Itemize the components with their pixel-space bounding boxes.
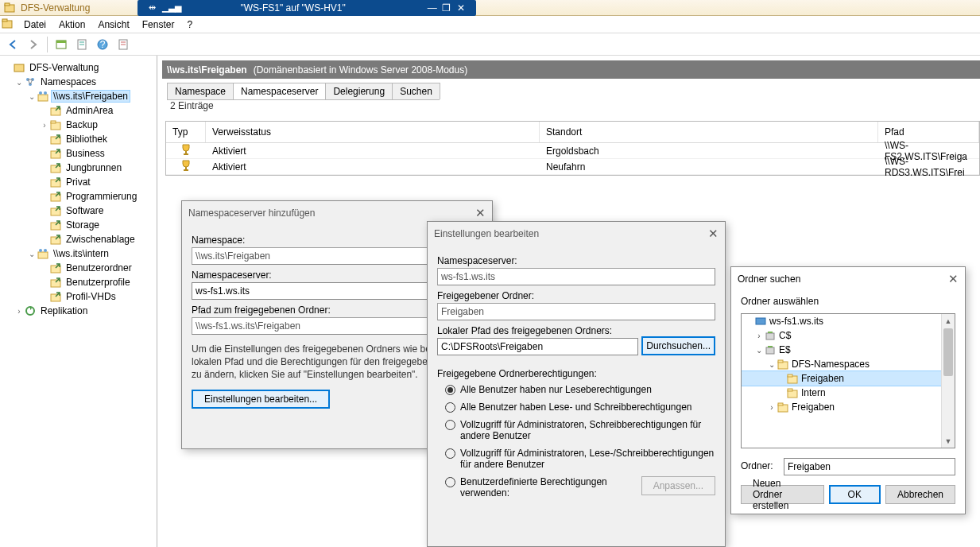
menu-help[interactable]: ? [180, 17, 199, 33]
table-header: Typ Verweisstatus Standort Pfad [166, 122, 979, 143]
radio-icon [445, 448, 455, 459]
close-icon[interactable]: ✕ [948, 272, 959, 286]
perm-option-3[interactable]: Vollzugriff für Administratoren, Lese-/S… [445, 448, 715, 470]
close-icon[interactable]: ✕ [475, 206, 486, 220]
svg-rect-21 [51, 108, 60, 115]
dialog-titlebar[interactable]: Einstellungen bearbeiten ✕ [428, 222, 725, 246]
minimize-button[interactable]: — [425, 2, 440, 14]
tree-folder[interactable]: Jungbrunnen [0, 161, 157, 175]
ft-intern[interactable]: Intern [742, 386, 955, 400]
ok-button[interactable]: OK [829, 485, 881, 504]
tab-namespace[interactable]: Namespace [167, 83, 234, 99]
dialog-title: Einstellungen bearbeiten [434, 228, 539, 239]
svg-rect-29 [51, 208, 60, 215]
svg-rect-43 [756, 318, 765, 324]
help-button[interactable]: ? [93, 35, 112, 54]
perm-option-4[interactable]: Benutzerdefinierte Berechtigungen verwen… [445, 476, 715, 499]
svg-rect-46 [766, 347, 774, 354]
menu-aktion[interactable]: Aktion [52, 17, 91, 33]
svg-rect-45 [768, 332, 773, 333]
scroll-thumb[interactable] [943, 328, 953, 376]
pin-icon[interactable]: ⇹ [149, 2, 156, 13]
perm-option-2[interactable]: Vollzugriff für Administratoren, Schreib… [445, 419, 715, 441]
label-select-folder: Ordner auswählen [741, 296, 819, 307]
tab-delegation[interactable]: Delegierung [325, 83, 393, 99]
input-local-path[interactable]: C:\DFSRoots\Freigaben [437, 338, 638, 355]
col-status[interactable]: Verweisstatus [206, 122, 540, 142]
svg-point-19 [39, 91, 42, 95]
scrollbar[interactable]: ▲▼ [941, 314, 955, 448]
tree-folder[interactable]: Business [0, 146, 157, 161]
tree-root[interactable]: DFS-Verwaltung [0, 60, 157, 75]
tree-folder[interactable]: Profil-VHDs [0, 289, 157, 304]
navigation-tree[interactable]: DFS-Verwaltung ⌄Namespaces ⌄\\ws.its\Fre… [0, 56, 157, 547]
tree-folder[interactable]: Storage [0, 218, 157, 232]
menu-datei[interactable]: Datei [17, 17, 52, 33]
svg-rect-35 [51, 266, 60, 273]
tree-ns-intern[interactable]: ⌄\\ws.its\intern [0, 246, 157, 261]
scroll-down-icon[interactable]: ▼ [942, 434, 955, 448]
svg-rect-5 [56, 41, 66, 43]
tab-search[interactable]: Suchen [392, 83, 440, 99]
tree-folder[interactable]: Bibliothek [0, 132, 157, 146]
menu-fenster[interactable]: Fenster [136, 17, 181, 33]
ft-c-drive[interactable]: ›C$ [742, 328, 955, 343]
col-type[interactable]: Typ [166, 122, 206, 142]
tree-folder[interactable]: ›Backup [0, 118, 157, 132]
new-window-button[interactable] [52, 35, 71, 54]
svg-rect-18 [38, 95, 48, 101]
tree-replication[interactable]: ›Replikation [0, 304, 157, 318]
vm-title: "WS-FS1" auf "WS-HV1" [240, 2, 345, 14]
svg-rect-44 [766, 333, 774, 339]
svg-point-20 [44, 91, 47, 95]
cancel-button[interactable]: Abbrechen [885, 485, 955, 504]
ft-dfs-namespaces[interactable]: ⌄DFS-Namespaces [742, 357, 955, 371]
menu-ansicht[interactable]: Ansicht [91, 17, 135, 33]
tree-folder[interactable]: Zwischenablage [0, 232, 157, 246]
new-folder-button[interactable]: Neuen Ordner erstellen [741, 485, 824, 504]
table-row[interactable]: AktiviertErgoldsbach\\WS-FS2.WS.ITS\Frei… [166, 143, 979, 159]
edit-settings-button[interactable]: Einstellungen bearbeiten... [192, 390, 330, 409]
content-title: \\ws.its\Freigaben [167, 64, 247, 76]
close-button[interactable]: ✕ [454, 2, 468, 14]
folder-tree[interactable]: ws-fs1.ws.its ›C$ ⌄E$ ⌄DFS-Namespaces Fr… [741, 313, 955, 448]
browse-button[interactable]: Durchsuchen... [641, 336, 715, 355]
tree-folder[interactable]: Privat [0, 175, 157, 189]
app-title: DFS-Verwaltung [21, 2, 90, 14]
tree-ns-freigaben[interactable]: ⌄\\ws.its\Freigaben [0, 89, 157, 103]
toolbar: ? [0, 33, 980, 56]
tree-folder[interactable]: AdminArea [0, 103, 157, 118]
vm-center-panel: ⇹ ▁▃▅ "WS-FS1" auf "WS-HV1" — ❐ ✕ [138, 0, 475, 16]
tree-folder[interactable]: Programmierung [0, 189, 157, 204]
svg-rect-40 [184, 153, 188, 155]
properties-button[interactable] [72, 35, 91, 54]
restore-button[interactable]: ❐ [440, 2, 454, 14]
server-table[interactable]: Typ Verweisstatus Standort Pfad Aktivier… [165, 121, 980, 176]
label-server: Namespaceserver: [437, 255, 715, 266]
forward-button[interactable] [24, 35, 43, 54]
input-server[interactable]: ws-fs1.ws.its [192, 282, 463, 300]
perm-option-0[interactable]: Alle Benutzer haben nur Leseberechtigung… [445, 384, 715, 395]
close-icon[interactable]: ✕ [708, 227, 719, 241]
table-row[interactable]: AktiviertNeufahrn\\WS-RDS3.WS.ITS\Frei [166, 159, 979, 175]
input-folder[interactable]: Freigaben [784, 458, 955, 475]
tab-namespaceserver[interactable]: Namespaceserver [233, 83, 326, 99]
tree-folder[interactable]: Benutzerordner [0, 261, 157, 275]
dialog-titlebar[interactable]: Ordner suchen ✕ [731, 267, 965, 291]
perm-option-1[interactable]: Alle Benutzer haben Lese- und Schreibber… [445, 402, 715, 413]
ft-freigaben-2[interactable]: ›Freigaben [742, 400, 955, 414]
server-icon [172, 159, 199, 172]
tree-folder[interactable]: Benutzerprofile [0, 275, 157, 289]
svg-rect-42 [184, 169, 188, 171]
refresh-button[interactable] [114, 35, 133, 54]
svg-rect-36 [51, 280, 60, 287]
ft-e-drive[interactable]: ⌄E$ [742, 343, 955, 357]
col-site[interactable]: Standort [540, 122, 878, 142]
ft-root[interactable]: ws-fs1.ws.its [742, 314, 955, 328]
tree-folder[interactable]: Software [0, 204, 157, 218]
label-permissions: Freigegebene Ordnerberechtigungen: [437, 368, 715, 379]
ft-freigaben[interactable]: Freigaben [742, 371, 955, 386]
back-button[interactable] [3, 35, 22, 54]
scroll-up-icon[interactable]: ▲ [942, 314, 955, 328]
tree-namespaces[interactable]: ⌄Namespaces [0, 75, 157, 89]
